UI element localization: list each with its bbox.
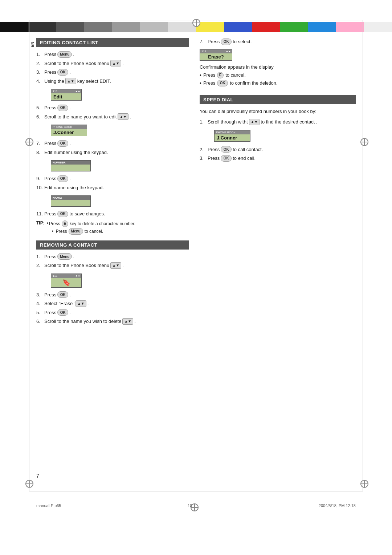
sd-step-1: 1. Scroll through witht ▲▼ to find the d…: [200, 118, 356, 126]
color-block-7: [168, 22, 196, 32]
ok-key-11: OK: [57, 211, 68, 217]
rem-step-3: 3. Press OK .: [36, 291, 189, 299]
editing-steps-cont3: 9. Press OK . 10. Edit name using the ke…: [36, 175, 189, 191]
rem-step-2: 2. Scroll to the Phone Book menu ▲▼ .: [36, 262, 189, 269]
phonebook-icon-screen: 111 ● ● 🔖: [51, 274, 82, 288]
speed-dial-steps-cont: 2. Press OK to call contact. 3. Press OK…: [200, 146, 356, 162]
editing-steps-cont: 5. Press OK . 6. Scroll to the name you …: [36, 104, 189, 120]
edit-screen-body: Edit: [51, 93, 81, 100]
ok-key-sd2: OK: [221, 146, 232, 153]
erase-screen-body: Erase?: [200, 53, 232, 60]
main-content: EDITING CONTACT LIST 1. Press Menu . 2. …: [36, 38, 356, 482]
crosshair-bottom-right: [360, 480, 368, 488]
speed-dial-section: SPEED DIAL You can dial previously store…: [200, 95, 356, 162]
footer-center: 10: [188, 503, 192, 508]
sd-step-2: 2. Press OK to call contact.: [200, 146, 356, 153]
editing-steps-cont2: 7. Press OK . 8. Edit number using the k…: [36, 140, 189, 156]
speed-dial-intro: You can dial previously stored numbers i…: [200, 108, 356, 115]
phonebook-screen-container-sd: PHONE BOOK J.Conner: [207, 129, 356, 143]
step-4-text: Using the: [44, 78, 64, 85]
editing-steps: 1. Press Menu . 2. Scroll to the Phone B…: [36, 51, 189, 85]
tip-section: TIP: • Press E key to delete a character…: [36, 220, 189, 235]
step-11: 11. Press OK to save changes.: [36, 210, 189, 218]
menu-key-1: Menu: [57, 51, 72, 58]
phonebook-screen-sd-header: PHONE BOOK: [215, 130, 250, 134]
footer-left: manual-E.p65: [36, 503, 61, 508]
removing-section: REMOVING A CONTACT 1. Press Menu . 2. Sc…: [36, 240, 189, 325]
menu-key-rem1: Menu: [57, 253, 72, 260]
right-bullet-1: Press E to cancel.: [200, 72, 356, 78]
tip-item-1: Press E key to delete a character/ numbe…: [49, 220, 135, 227]
number-screen-header: NUMBER:: [51, 161, 90, 165]
step-3-text: Press: [44, 69, 56, 76]
e-key-right1: E: [217, 72, 224, 78]
phonebook-screen-1: PHONE BOOK J.Conner: [51, 125, 87, 136]
step-8: 8. Edit number using the keypad.: [36, 149, 189, 156]
phonebook-screen-sd: PHONE BOOK J.Conner: [214, 130, 250, 142]
border-right: [363, 20, 363, 491]
footer: manual-E.p65 10 2004/5/18, PM 12:18: [36, 503, 356, 508]
step-3: 3. Press OK .: [36, 69, 189, 76]
ok-key-5: OK: [57, 105, 68, 111]
removing-steps: 1. Press Menu . 2. Scroll to the Phone B…: [36, 253, 189, 269]
editing-steps-cont4: 11. Press OK to save changes.: [36, 210, 189, 218]
right-step-7: 7. Press OK to select.: [200, 38, 356, 45]
name-screen: NAME:: [51, 195, 91, 207]
page-number: 7: [36, 473, 39, 479]
right-bullet-2: Press OK to confirm the deletion.: [200, 80, 356, 86]
border-left: [29, 20, 29, 491]
crosshair-main-left: [25, 138, 33, 146]
nav-key-rem4: ▲▼: [75, 300, 86, 307]
removing-section-header: REMOVING A CONTACT: [36, 240, 189, 250]
color-block-5: [112, 22, 140, 32]
right-bullets: Press E to cancel. Press OK to confirm t…: [200, 72, 356, 86]
color-block-2: [28, 22, 56, 32]
confirmation-text: Confirmation appears in the display: [200, 64, 356, 70]
step-9: 9. Press OK .: [36, 175, 189, 182]
name-screen-header: NAME:: [51, 196, 90, 200]
nav-key-6: ▲▼: [118, 113, 128, 120]
color-block-r4: [280, 22, 308, 32]
phonebook-screen-sd-body: J.Conner: [215, 134, 250, 141]
nav-key-sd1: ▲▼: [249, 119, 260, 125]
border-bottom: [29, 491, 363, 491]
edit-screen-container: 111 ● ● Edit: [44, 88, 189, 102]
step-3-suffix: .: [69, 69, 71, 76]
border-top: [29, 20, 363, 20]
menu-key-tip2: Menu: [69, 228, 83, 235]
speed-dial-steps: 1. Scroll through witht ▲▼ to find the d…: [200, 118, 356, 126]
editing-section-header: EDITING CONTACT LIST: [36, 38, 189, 47]
ok-key-rem3: OK: [57, 291, 68, 298]
edit-screen-header: 111 ● ●: [51, 89, 81, 93]
nav-key-rem2: ▲▼: [110, 262, 121, 269]
left-column: EDITING CONTACT LIST 1. Press Menu . 2. …: [36, 38, 189, 482]
rem-step-5: 5. Press OK .: [36, 309, 189, 316]
name-screen-body: [51, 200, 90, 206]
name-screen-container: NAME:: [44, 194, 189, 208]
edit-screen: 111 ● ● Edit: [51, 89, 82, 101]
right-column: 7. Press OK to select. 111 ● ● Erase? Co…: [200, 38, 356, 482]
color-block-6: [140, 22, 168, 32]
number-screen-body: [51, 165, 90, 171]
ok-key-rem5: OK: [57, 309, 68, 316]
phonebook-screen-container-1: PHONE BOOK J.Conner: [44, 123, 189, 138]
crosshair-bottom-left: [25, 480, 33, 488]
step-7: 7. Press OK .: [36, 140, 189, 147]
step-2: 2. Scroll to the Phone Book menu ▲▼ .: [36, 60, 189, 67]
ok-key-7: OK: [57, 140, 68, 147]
language-label: EN: [30, 42, 34, 47]
nav-key-2: ▲▼: [110, 60, 121, 66]
step-2-suffix: .: [122, 60, 124, 67]
erase-screen-header: 111 ● ●: [200, 49, 232, 53]
tip-label: TIP: •: [36, 220, 49, 235]
e-key-tip1: E: [62, 220, 68, 227]
removing-steps-cont: 3. Press OK . 4. Select "Erase" ▲▼ .: [36, 291, 189, 325]
phonebook-icon-screen-body: 🔖: [51, 278, 81, 287]
erase-screen-container: 111 ● ● Erase?: [200, 48, 356, 62]
rem-step-1: 1. Press Menu .: [36, 253, 189, 260]
step-2-text: Scroll to the Phone Book menu: [44, 60, 109, 67]
ok-key-sd3: OK: [221, 155, 232, 162]
nav-key-4: ▲▼: [65, 78, 76, 84]
phonebook-screen-1-header: PHONE BOOK: [51, 125, 87, 129]
rem-step-6: 6. Scroll to the name you wish to delete…: [36, 318, 189, 325]
